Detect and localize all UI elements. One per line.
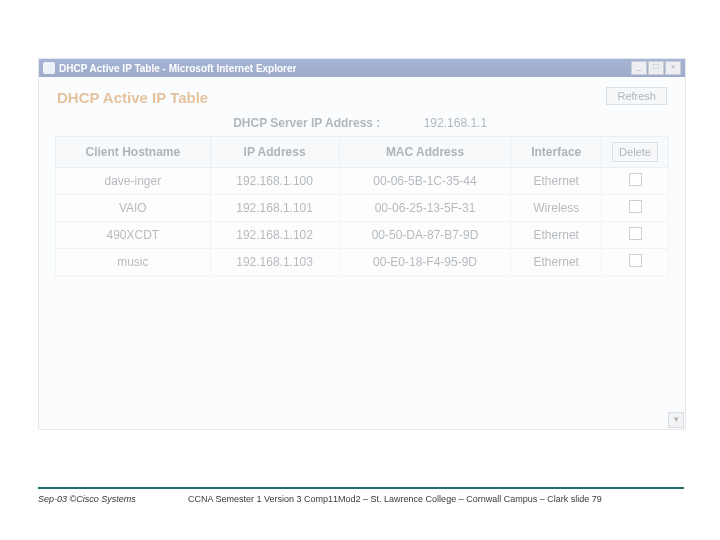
cell-delete — [602, 222, 669, 249]
table-row: dave-inger 192.168.1.100 00-06-5B-1C-35-… — [56, 168, 669, 195]
cell-delete — [602, 195, 669, 222]
cell-ip: 192.168.1.100 — [210, 168, 339, 195]
col-hostname: Client Hostname — [56, 137, 211, 168]
col-ip: IP Address — [210, 137, 339, 168]
cell-delete — [602, 249, 669, 276]
delete-button-header[interactable]: Delete — [612, 142, 658, 162]
cell-hostname: dave-inger — [56, 168, 211, 195]
title-bar: DHCP Active IP Table - Microsoft Interne… — [39, 59, 685, 77]
cell-hostname: VAIO — [56, 195, 211, 222]
table-row: music 192.168.1.103 00-E0-18-F4-95-9D Et… — [56, 249, 669, 276]
delete-checkbox[interactable] — [629, 254, 642, 267]
window-title: DHCP Active IP Table - Microsoft Interne… — [59, 63, 296, 74]
table-header-row: Client Hostname IP Address MAC Address I… — [56, 137, 669, 168]
cell-interface: Ethernet — [511, 249, 602, 276]
browser-window: DHCP Active IP Table - Microsoft Interne… — [38, 58, 686, 430]
dhcp-table: Client Hostname IP Address MAC Address I… — [55, 136, 669, 276]
refresh-button[interactable]: Refresh — [606, 87, 667, 105]
cell-interface: Ethernet — [511, 222, 602, 249]
cell-interface: Ethernet — [511, 168, 602, 195]
footer-left: Sep-03 ©Cisco Systems — [38, 494, 188, 504]
cell-delete — [602, 168, 669, 195]
server-address-row: DHCP Server IP Address : 192.168.1.1 — [55, 116, 669, 130]
col-mac: MAC Address — [339, 137, 511, 168]
footer-rule — [38, 487, 684, 489]
cell-mac: 00-06-5B-1C-35-44 — [339, 168, 511, 195]
cell-hostname: 490XCDT — [56, 222, 211, 249]
table-row: VAIO 192.168.1.101 00-06-25-13-5F-31 Wir… — [56, 195, 669, 222]
cell-ip: 192.168.1.103 — [210, 249, 339, 276]
slide-footer: Sep-03 ©Cisco Systems CCNA Semester 1 Ve… — [38, 494, 684, 504]
delete-checkbox[interactable] — [629, 200, 642, 213]
cell-ip: 192.168.1.102 — [210, 222, 339, 249]
server-address-value: 192.168.1.1 — [424, 116, 564, 130]
scroll-down-icon[interactable]: ▾ — [668, 412, 684, 428]
cell-mac: 00-E0-18-F4-95-9D — [339, 249, 511, 276]
page-content: Refresh DHCP Active IP Table DHCP Server… — [39, 77, 685, 286]
page-title: DHCP Active IP Table — [57, 89, 669, 106]
delete-checkbox[interactable] — [629, 227, 642, 240]
col-delete: Delete — [602, 137, 669, 168]
footer-right: CCNA Semester 1 Version 3 Comp11Mod2 – S… — [188, 494, 684, 504]
cell-mac: 00-50-DA-87-B7-9D — [339, 222, 511, 249]
cell-mac: 00-06-25-13-5F-31 — [339, 195, 511, 222]
window-controls: _ □ × — [631, 61, 681, 75]
ie-icon — [43, 62, 55, 74]
cell-interface: Wireless — [511, 195, 602, 222]
cell-ip: 192.168.1.101 — [210, 195, 339, 222]
col-interface: Interface — [511, 137, 602, 168]
minimize-button[interactable]: _ — [631, 61, 647, 75]
table-row: 490XCDT 192.168.1.102 00-50-DA-87-B7-9D … — [56, 222, 669, 249]
delete-checkbox[interactable] — [629, 173, 642, 186]
cell-hostname: music — [56, 249, 211, 276]
maximize-button[interactable]: □ — [648, 61, 664, 75]
close-button[interactable]: × — [665, 61, 681, 75]
server-address-label: DHCP Server IP Address : — [160, 116, 420, 130]
